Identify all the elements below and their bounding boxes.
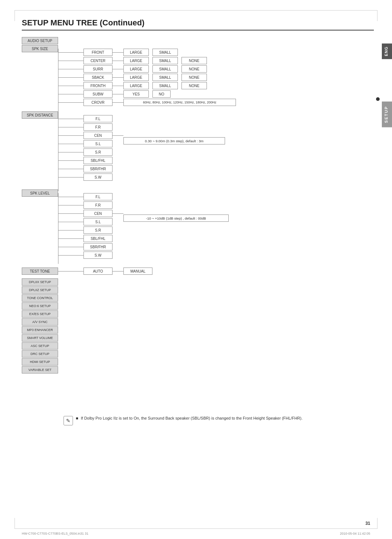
smart-volume: SMART VOLUME	[22, 334, 58, 342]
hline-sblfhl-d	[58, 160, 83, 161]
dist-sblfhl: SBL/FHL	[83, 157, 113, 164]
hline-surr	[58, 69, 83, 69]
vline-spkdist	[58, 115, 58, 186]
footnote-text: ■ If Dolby Pro Logic IIz is set to On, t…	[76, 415, 303, 422]
hline-tone	[58, 271, 83, 271]
crovr-options: 60Hz, 80Hz, 100Hz, 120Hz, 150Hz, 180Hz, …	[123, 99, 236, 106]
front-box: FRONT	[83, 49, 113, 56]
setup-tab-dot	[376, 97, 380, 101]
hline-cen-d	[58, 135, 83, 136]
dist-sl: S.L	[83, 140, 113, 147]
spk-distance-box: SPK DISTANCE	[22, 111, 58, 119]
hline-lvl-info	[113, 213, 123, 214]
hline-dist-info	[113, 135, 123, 136]
sback-none: NONE	[181, 74, 207, 81]
test-tone-box: TEST TONE	[22, 268, 58, 275]
mp3-enhancer: MP3 ENHANCER	[22, 326, 58, 334]
asc-setup: ASC SETUP	[22, 342, 58, 350]
tone-control: TONE CONTROL	[22, 294, 58, 302]
hline-sback2	[113, 77, 123, 78]
audio-setup-box: AUDIO SETUP	[22, 37, 58, 44]
sback-large: LARGE	[123, 74, 149, 81]
footer-left: HW-C700-C770S-C770BS-ELS_0504.in31 31	[22, 532, 88, 535]
surr-box: SURR	[83, 65, 113, 73]
hline-subw2	[113, 94, 123, 94]
tree-area: AUDIO SETUP SPK SIZE FRONT LARGE SMALL C…	[22, 33, 374, 433]
hline-crovr	[58, 102, 83, 103]
border-right-top	[377, 10, 377, 21]
front-large: LARGE	[123, 49, 149, 56]
fronth-box: FRONTH	[83, 82, 113, 89]
tone-manual: MANUAL	[123, 268, 152, 275]
lvl-sblfhl: SBL/FHL	[83, 235, 113, 242]
footnote-container: ✎ ■ If Dolby Pro Logic IIz is set to On,…	[64, 415, 347, 425]
hline-fl-l	[58, 197, 83, 197]
surr-small: SMALL	[152, 65, 178, 73]
hline-sr-l	[58, 230, 83, 230]
surr-large: LARGE	[123, 65, 149, 73]
lvl-info: -10 ~ +10dB (1dB step) , default : 00dB	[123, 215, 229, 222]
setup-tab: SETUP	[382, 102, 392, 127]
hline-center	[58, 61, 83, 61]
subw-no: NO	[152, 90, 171, 98]
border-right-bottom	[377, 518, 377, 529]
eng-tab: ENG	[382, 44, 392, 59]
lvl-cen: CEN	[83, 210, 113, 217]
hline-fronth	[58, 86, 83, 86]
border-left-top	[15, 10, 15, 21]
center-box: CENTER	[83, 57, 113, 64]
border-left-bottom	[15, 518, 15, 529]
footnote-icon: ✎	[64, 416, 73, 425]
dist-sr: S.R	[83, 148, 113, 156]
neo6-setup: NEO:6 SETUP	[22, 302, 58, 310]
hline-sbrfhr-l	[58, 247, 83, 247]
fronth-large: LARGE	[123, 82, 149, 89]
lvl-sbrfhr: SBR/FHR	[83, 243, 113, 250]
hline-sr-d	[58, 152, 83, 152]
dpliiz-setup: DPLIIZ SETUP	[22, 286, 58, 294]
hline-crovr2	[113, 102, 123, 103]
page-title: SETUP MENU TREE (Continued)	[22, 18, 374, 30]
dist-fr: F.R	[83, 123, 113, 131]
hline-fr-l	[58, 205, 83, 205]
variable-set: VARIABLE SET	[22, 366, 58, 373]
front-small: SMALL	[152, 49, 178, 56]
footer-right: 2010-05-04 11:42:05	[340, 532, 370, 535]
dpliix-setup: DPLIIX SETUP	[22, 278, 58, 286]
dist-info: 0.30 ~ 9.00m (0.3m step), default : 3m	[123, 137, 225, 144]
vline-spklvl	[58, 193, 58, 264]
center-large: LARGE	[123, 57, 149, 64]
lvl-fl: F.L	[83, 193, 113, 200]
hline-cen-l	[58, 213, 83, 214]
hline-surr2	[113, 69, 123, 69]
lvl-fr: F.R	[83, 201, 113, 209]
hline-center2	[113, 61, 123, 61]
center-none: NONE	[181, 57, 207, 64]
hline-front	[58, 52, 83, 53]
drc-setup: DRC SETUP	[22, 350, 58, 358]
hline-subw	[58, 94, 83, 94]
dist-fl: F.L	[83, 115, 113, 122]
hline-fr-d	[58, 127, 83, 127]
lvl-sw: S.W	[83, 252, 113, 259]
hline-front2	[113, 52, 123, 53]
center-small: SMALL	[152, 57, 178, 64]
hdmi-setup: HDMI SETUP	[22, 358, 58, 366]
dist-sbrfhr: SBR/FHR	[83, 165, 113, 172]
surr-none: NONE	[181, 65, 207, 73]
hline-sback	[58, 77, 83, 78]
sback-box: SBACK	[83, 74, 113, 81]
hline-sbrfhr-d	[58, 169, 83, 169]
hline-tone2	[113, 271, 123, 271]
hline-fronth2	[113, 86, 123, 86]
exes-setup: EX/ES SETUP	[22, 310, 58, 318]
hline-sl-d	[58, 144, 83, 144]
fronth-none: NONE	[181, 82, 207, 89]
hline-sl-l	[58, 222, 83, 222]
crovr-box: CROVR	[83, 99, 113, 106]
border-top	[15, 10, 377, 11]
tone-auto: AUTO	[83, 268, 113, 275]
hline-sw-l	[58, 255, 83, 256]
spk-level-box: SPK LEVEL	[22, 189, 58, 197]
page-number: 31	[366, 521, 370, 526]
